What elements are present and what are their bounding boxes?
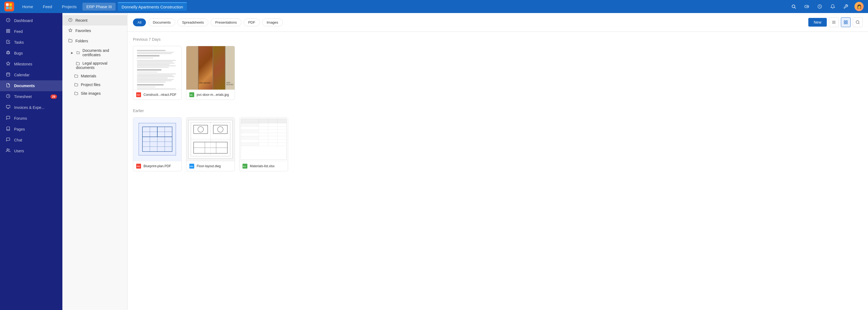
doc-footer-blueprint2: DWG Floor-layout.dwg (186, 161, 235, 171)
users-icon (5, 148, 11, 153)
svg-rect-0 (6, 3, 9, 6)
nav-projects[interactable]: Projects (58, 3, 80, 10)
folder-icon-site (74, 91, 78, 95)
dwg-icon: DWG (189, 163, 194, 169)
nav-home[interactable]: Home (19, 3, 37, 10)
bell-icon[interactable] (828, 2, 837, 11)
new-button[interactable]: New (808, 18, 827, 27)
sec-sidebar-recent[interactable]: Recent (62, 15, 127, 26)
earlier-section-label: Earlier (133, 109, 863, 113)
svg-line-37 (859, 23, 859, 24)
avatar[interactable]: 👩 (855, 2, 864, 11)
folder-icon-materials (74, 74, 78, 78)
filter-pdf[interactable]: PDF (244, 19, 260, 26)
folder-legal-docs[interactable]: Legal approval documents (62, 59, 127, 72)
sidebar-item-chat[interactable]: Chat (0, 135, 62, 145)
svg-rect-35 (846, 23, 847, 24)
blueprint-svg-2 (188, 119, 233, 159)
sidebar-item-timesheet[interactable]: Timesheet 29 (0, 91, 62, 102)
sidebar-item-dashboard[interactable]: Dashboard (0, 15, 62, 26)
top-nav: Home Feed Projects ERP Phase III Donnell… (0, 0, 868, 13)
pdf-icon-2: PDF (136, 163, 141, 169)
svg-point-36 (856, 21, 859, 24)
sidebar-item-documents[interactable]: Documents (0, 80, 62, 91)
filter-all[interactable]: All (133, 19, 146, 26)
milestones-icon (5, 61, 11, 67)
sidebar-item-pages[interactable]: Pages (0, 124, 62, 135)
recent-icon (68, 18, 73, 23)
nav-feed[interactable]: Feed (39, 3, 56, 10)
clock-icon[interactable] (815, 2, 824, 11)
nav-right-icons: 👩 (789, 2, 864, 11)
view-settings-button[interactable] (853, 18, 863, 27)
doc-footer-contract: PDF Constructi...ntract.PDF (133, 90, 182, 100)
chevron-down-icon: ▶ (71, 51, 73, 54)
svg-text:PDF: PDF (137, 94, 140, 96)
svg-point-4 (792, 5, 795, 8)
sidebar-label-bugs: Bugs (14, 51, 23, 55)
svg-rect-3 (9, 6, 12, 9)
app-logo[interactable] (4, 2, 14, 11)
sidebar-item-tasks[interactable]: Tasks (0, 37, 62, 48)
timesheet-badge: 29 (51, 94, 57, 99)
filter-presentations[interactable]: Presentations (211, 19, 241, 26)
view-list-button[interactable] (829, 18, 839, 27)
sidebar-item-milestones[interactable]: Milestones (0, 59, 62, 69)
doc-card-blueprint2[interactable]: DWG Floor-layout.dwg (186, 117, 235, 171)
nav-current-project[interactable]: Donnelly Apartments Construction (118, 2, 187, 11)
secondary-sidebar: Recent Favorites Folders ▶ Docu (62, 13, 127, 310)
doc-thumbnail-spreadsheet (240, 117, 288, 161)
filter-images[interactable]: Images (262, 19, 283, 26)
sidebar-item-calendar[interactable]: Calendar (0, 69, 62, 80)
svg-rect-34 (844, 23, 845, 24)
sec-sidebar-folders-label: Folders (75, 39, 88, 43)
main-content: All Documents Spreadsheets Presentations… (127, 13, 868, 310)
folder-icon (68, 38, 73, 44)
main-layout: Dashboard Feed Tasks Bu (0, 13, 868, 310)
folder-site-images[interactable]: Site images (62, 89, 127, 98)
tools-icon[interactable] (841, 2, 850, 11)
svg-text:XLS: XLS (243, 166, 246, 167)
sidebar-item-bugs[interactable]: Bugs (0, 48, 62, 59)
spreadsheet-icon: XLS (242, 163, 248, 169)
sec-sidebar-favorites[interactable]: Favorites (62, 26, 127, 36)
doc-card-contract[interactable]: PDF Constructi...ntract.PDF (133, 46, 182, 100)
sidebar-item-invoices[interactable]: Invoices & Expe... (0, 102, 62, 113)
doc-card-spreadsheet[interactable]: XLS Materials-list.xlsx (239, 117, 288, 171)
gamepad-icon[interactable] (802, 2, 811, 11)
svg-line-5 (795, 7, 796, 8)
svg-rect-2 (6, 6, 9, 9)
svg-text:IMG: IMG (190, 94, 193, 96)
sidebar-item-users[interactable]: Users (0, 145, 62, 157)
sidebar-label-dashboard: Dashboard (14, 19, 33, 23)
svg-rect-16 (8, 31, 10, 33)
tasks-icon (5, 39, 11, 45)
doc-name-blueprint2: Floor-layout.dwg (197, 164, 221, 168)
image-icon: IMG (189, 92, 194, 97)
sec-sidebar-favorites-label: Favorites (75, 28, 91, 33)
sec-sidebar-folders[interactable]: Folders (62, 36, 127, 46)
doc-card-blueprint1[interactable]: PDF Blueprint-plan.PDF (133, 117, 182, 171)
folder-docs-certs[interactable]: ▶ Documents and certificates (62, 46, 127, 59)
view-grid-button[interactable] (841, 18, 850, 27)
search-icon[interactable] (789, 2, 798, 11)
dashboard-icon (5, 18, 11, 23)
nav-erp[interactable]: ERP Phase III (83, 3, 116, 10)
svg-text:PDF: PDF (137, 166, 140, 167)
folder-site-images-label: Site images (81, 91, 101, 95)
folder-project-files[interactable]: Project files (62, 80, 127, 89)
svg-marker-28 (69, 28, 72, 32)
doc-name-blueprint1: Blueprint-plan.PDF (144, 164, 171, 168)
doc-thumbnail-door: FIR WOOD MDF BOARD (186, 46, 235, 90)
sidebar-item-feed[interactable]: Feed (0, 26, 62, 37)
documents-icon (5, 83, 11, 88)
chat-icon (5, 137, 11, 143)
sidebar-item-forums[interactable]: Forums (0, 113, 62, 124)
folder-materials[interactable]: Materials (62, 72, 127, 80)
doc-name-door: pvc-door-m...erials.jpg (197, 93, 229, 96)
sidebar-label-documents: Documents (14, 84, 35, 88)
left-sidebar: Dashboard Feed Tasks Bu (0, 13, 62, 310)
filter-spreadsheets[interactable]: Spreadsheets (177, 19, 208, 26)
filter-documents[interactable]: Documents (148, 19, 175, 26)
doc-card-door-materials[interactable]: FIR WOOD MDF BOARD (186, 46, 235, 100)
